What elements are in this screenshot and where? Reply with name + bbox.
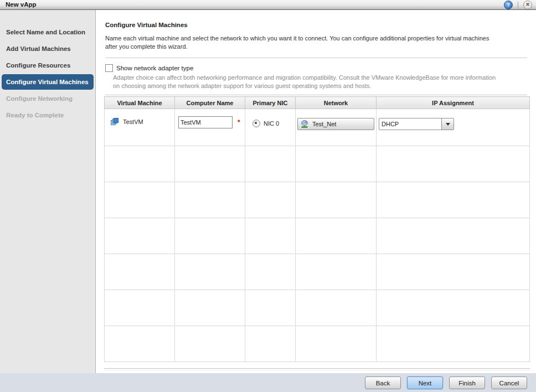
empty-cell xyxy=(105,218,175,254)
empty-cell xyxy=(296,146,377,182)
show-adapter-type-row: Show network adapter type xyxy=(105,64,527,72)
empty-cell xyxy=(296,290,377,326)
sidebar-item-select-name-and-location[interactable]: Select Name and Location xyxy=(0,24,95,40)
empty-cell xyxy=(296,326,377,362)
show-adapter-type-label[interactable]: Show network adapter type xyxy=(116,65,193,71)
sidebar-item-configure-virtual-machines[interactable]: Configure Virtual Machines xyxy=(2,74,94,90)
nic0-radio[interactable] xyxy=(252,120,260,127)
empty-cell xyxy=(175,290,245,326)
col-header-computer-name: Computer Name xyxy=(175,97,245,109)
divider xyxy=(105,95,527,95)
network-select-button[interactable]: Test_Net xyxy=(297,118,374,130)
table-row-empty xyxy=(105,146,530,182)
computer-name-cell: * xyxy=(175,109,245,146)
back-button[interactable]: Back xyxy=(365,376,401,389)
empty-cell xyxy=(245,218,296,254)
sidebar-item-configure-networking: Configure Networking xyxy=(0,90,95,107)
empty-cell xyxy=(245,290,296,326)
network-icon xyxy=(300,120,309,128)
empty-cell xyxy=(296,218,377,254)
wizard-steps-sidebar: Select Name and Location Add Virtual Mac… xyxy=(0,10,96,373)
empty-cell xyxy=(377,146,530,182)
vm-name-cell: TestVM xyxy=(105,109,175,146)
chevron-down-icon xyxy=(446,123,450,126)
sidebar-item-configure-resources[interactable]: Configure Resources xyxy=(0,57,95,74)
primary-nic-cell: NIC 0 xyxy=(245,109,296,146)
empty-cell xyxy=(245,326,296,362)
empty-cell xyxy=(245,146,296,182)
empty-cell xyxy=(377,182,530,218)
divider xyxy=(104,368,530,370)
empty-cell xyxy=(296,254,377,290)
finish-button[interactable]: Finish xyxy=(449,376,485,389)
titlebar-divider xyxy=(518,2,518,9)
wizard-footer: Back Next Finish Cancel xyxy=(0,373,536,392)
col-header-network: Network xyxy=(296,97,377,109)
ip-assignment-dropdown[interactable]: DHCP xyxy=(379,118,454,130)
computer-name-input[interactable] xyxy=(178,116,233,128)
radio-dot xyxy=(255,122,257,124)
window-title: New vApp xyxy=(6,1,37,8)
empty-cell xyxy=(175,326,245,362)
table-row-empty xyxy=(105,326,530,362)
show-adapter-type-checkbox[interactable] xyxy=(105,64,113,72)
dropdown-arrow-button[interactable] xyxy=(441,118,453,130)
table-row-empty xyxy=(105,218,530,254)
network-name-label: Test_Net xyxy=(312,121,336,127)
window-titlebar: New vApp ? ✕ xyxy=(0,0,536,10)
col-header-ip-assignment: IP Assignment xyxy=(377,97,530,109)
cancel-button[interactable]: Cancel xyxy=(491,376,527,389)
empty-cell xyxy=(377,254,530,290)
empty-cell xyxy=(105,254,175,290)
ip-assignment-value: DHCP xyxy=(379,118,441,130)
ip-assignment-cell: DHCP xyxy=(377,109,530,146)
table-row-empty xyxy=(105,182,530,218)
titlebar-actions: ? ✕ xyxy=(504,1,532,9)
empty-cell xyxy=(377,290,530,326)
empty-cell xyxy=(245,182,296,218)
sidebar-item-ready-to-complete: Ready to Complete xyxy=(0,107,95,123)
table-header-row: Virtual Machine Computer Name Primary NI… xyxy=(105,97,530,109)
empty-cell xyxy=(175,182,245,218)
help-icon[interactable]: ? xyxy=(504,1,513,9)
empty-cell xyxy=(175,146,245,182)
close-icon[interactable]: ✕ xyxy=(523,1,532,9)
empty-cell xyxy=(175,218,245,254)
table-row-empty xyxy=(105,254,530,290)
next-button[interactable]: Next xyxy=(407,376,443,389)
adapter-choice-note: Adapter choice can affect both networkin… xyxy=(113,74,496,90)
empty-cell xyxy=(105,182,175,218)
empty-cell xyxy=(245,254,296,290)
required-marker: * xyxy=(238,118,240,126)
empty-cell xyxy=(175,254,245,290)
empty-cell xyxy=(377,218,530,254)
table-row-empty xyxy=(105,290,530,326)
page-description: Name each virtual machine and select the… xyxy=(105,34,497,51)
sidebar-item-add-virtual-machines[interactable]: Add Virtual Machines xyxy=(0,40,95,57)
empty-cell xyxy=(105,290,175,326)
empty-cell xyxy=(105,326,175,362)
network-cell: Test_Net xyxy=(296,109,377,146)
vm-icon xyxy=(110,117,119,126)
table-row: TestVM * NIC 0 xyxy=(105,109,530,146)
virtual-machines-table: Virtual Machine Computer Name Primary NI… xyxy=(104,96,530,362)
col-header-virtual-machine: Virtual Machine xyxy=(105,97,175,109)
col-header-primary-nic: Primary NIC xyxy=(245,97,296,109)
empty-cell xyxy=(377,326,530,362)
page-title: Configure Virtual Machines xyxy=(105,22,527,28)
divider xyxy=(105,58,527,58)
empty-cell xyxy=(296,182,377,218)
vm-name-label: TestVM xyxy=(123,118,143,125)
nic0-label: NIC 0 xyxy=(264,120,279,127)
wizard-page-content: Configure Virtual Machines Name each vir… xyxy=(96,10,536,373)
empty-cell xyxy=(105,146,175,182)
